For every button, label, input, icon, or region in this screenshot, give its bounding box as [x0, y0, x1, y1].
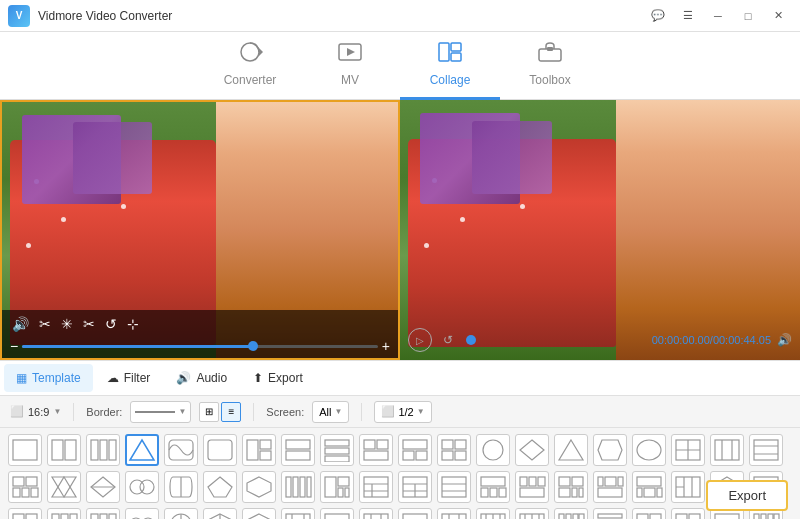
template-item[interactable] [242, 508, 276, 519]
template-item[interactable] [164, 508, 198, 519]
template-item[interactable] [749, 434, 783, 466]
crop-button[interactable]: ⊹ [125, 314, 141, 334]
template-item[interactable] [242, 434, 276, 466]
template-item[interactable] [164, 434, 198, 466]
progress-bar[interactable]: − + [10, 338, 390, 354]
right-loop-button[interactable]: ↺ [438, 330, 458, 350]
pattern-grid-button[interactable]: ⊞ [199, 402, 219, 422]
template-item[interactable] [320, 471, 354, 503]
template-item[interactable] [515, 471, 549, 503]
border-dropdown-arrow: ▼ [178, 407, 186, 416]
template-item[interactable] [203, 471, 237, 503]
template-item[interactable] [632, 434, 666, 466]
template-item[interactable] [554, 434, 588, 466]
tab-collage-label: Collage [430, 73, 471, 87]
template-item[interactable] [8, 471, 42, 503]
progress-track[interactable] [22, 345, 378, 348]
template-item[interactable] [242, 471, 276, 503]
template-item[interactable] [320, 434, 354, 466]
tab-converter[interactable]: Converter [200, 32, 300, 100]
template-item[interactable] [632, 471, 666, 503]
template-item[interactable] [632, 508, 666, 519]
template-item[interactable] [164, 471, 198, 503]
template-item[interactable] [671, 434, 705, 466]
template-item[interactable] [398, 508, 432, 519]
template-item[interactable] [359, 471, 393, 503]
template-item[interactable] [359, 434, 393, 466]
border-select[interactable]: ▼ [130, 401, 191, 423]
right-play-button[interactable]: ▷ [408, 328, 432, 352]
cut-button[interactable]: ✂ [37, 314, 53, 334]
minimize-button[interactable]: ─ [704, 5, 732, 27]
svg-rect-66 [338, 488, 343, 497]
template-item[interactable] [281, 508, 315, 519]
divider3 [361, 403, 362, 421]
template-item[interactable] [554, 508, 588, 519]
template-item[interactable] [47, 434, 81, 466]
template-item[interactable] [8, 434, 42, 466]
template-item[interactable] [86, 471, 120, 503]
template-item[interactable] [47, 471, 81, 503]
mute-button[interactable]: 🔊 [10, 314, 31, 334]
template-item[interactable] [203, 508, 237, 519]
template-item[interactable] [593, 471, 627, 503]
export-button[interactable]: Export [706, 480, 788, 511]
template-item[interactable] [476, 508, 510, 519]
template-item[interactable] [203, 434, 237, 466]
template-item[interactable] [593, 434, 627, 466]
scissors-button[interactable]: ✂ [81, 314, 97, 334]
template-item[interactable] [476, 471, 510, 503]
svg-rect-84 [529, 477, 536, 486]
split-dropdown-arrow: ▼ [417, 407, 425, 416]
rotate-button[interactable]: ↺ [103, 314, 119, 334]
template-item[interactable] [437, 471, 471, 503]
template-item[interactable] [125, 434, 159, 466]
pattern-lines-button[interactable]: ≡ [221, 402, 241, 422]
template-item[interactable] [398, 471, 432, 503]
template-icon: ▦ [16, 371, 27, 385]
menu-button[interactable]: ☰ [674, 5, 702, 27]
template-item[interactable] [476, 434, 510, 466]
tab-mv[interactable]: MV [300, 32, 400, 100]
template-item[interactable] [593, 508, 627, 519]
template-item[interactable] [47, 508, 81, 519]
template-item[interactable] [710, 434, 744, 466]
template-item[interactable] [125, 508, 159, 519]
template-item[interactable] [398, 434, 432, 466]
right-volume-icon[interactable]: 🔊 [777, 333, 792, 347]
svg-rect-60 [286, 477, 291, 497]
template-item[interactable] [515, 434, 549, 466]
ratio-select[interactable]: ⬜ 16:9 ▼ [10, 405, 61, 418]
tab-collage[interactable]: Collage [400, 32, 500, 100]
svg-rect-140 [325, 514, 349, 519]
template-item[interactable] [671, 471, 705, 503]
template-item[interactable] [554, 471, 588, 503]
window-controls: 💬 ☰ ─ □ ✕ [644, 5, 792, 27]
template-item[interactable] [437, 508, 471, 519]
template-item[interactable] [359, 508, 393, 519]
template-item[interactable] [281, 471, 315, 503]
template-item[interactable] [86, 434, 120, 466]
template-item[interactable] [437, 434, 471, 466]
split-select[interactable]: ⬜ 1/2 ▼ [374, 401, 431, 423]
template-button[interactable]: ▦ Template [4, 364, 93, 392]
export-toolbar-button[interactable]: ⬆ Export [241, 364, 315, 392]
effect-button[interactable]: ✳ [59, 314, 75, 334]
template-item[interactable] [671, 508, 705, 519]
maximize-button[interactable]: □ [734, 5, 762, 27]
close-button[interactable]: ✕ [764, 5, 792, 27]
template-item[interactable] [125, 471, 159, 503]
audio-button[interactable]: 🔊 Audio [164, 364, 239, 392]
template-item[interactable] [515, 508, 549, 519]
left-preview: 🔊 ✂ ✳ ✂ ↺ ⊹ − + [0, 100, 400, 360]
filter-button[interactable]: ☁ Filter [95, 364, 163, 392]
tab-toolbox[interactable]: Toolbox [500, 32, 600, 100]
template-item[interactable] [281, 434, 315, 466]
toolbox-icon [537, 41, 563, 69]
template-item[interactable] [86, 508, 120, 519]
filter-icon: ☁ [107, 371, 119, 385]
template-item[interactable] [8, 508, 42, 519]
screen-select[interactable]: All ▼ [312, 401, 349, 423]
message-button[interactable]: 💬 [644, 5, 672, 27]
template-item[interactable] [320, 508, 354, 519]
